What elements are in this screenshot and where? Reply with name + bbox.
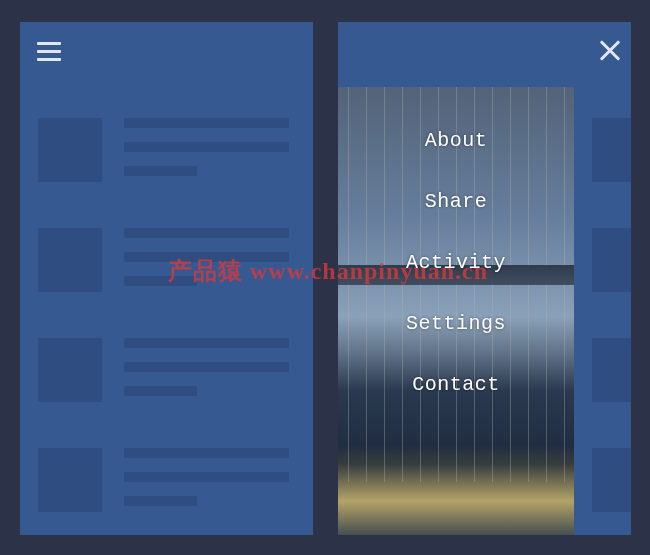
text-placeholder: [124, 228, 289, 238]
menu-icon[interactable]: [34, 36, 64, 66]
menu-item-about[interactable]: About: [425, 129, 488, 152]
avatar-placeholder: [38, 338, 102, 402]
menu-item-share[interactable]: Share: [425, 190, 488, 213]
drawer-menu: About Share Activity Settings Contact: [338, 87, 574, 535]
phone-preview-open: About Share Activity Settings Contact: [338, 22, 631, 535]
text-placeholder: [124, 118, 289, 128]
avatar-placeholder: [592, 448, 631, 512]
feed-list: [20, 112, 313, 535]
text-placeholder: [124, 252, 289, 262]
list-item: [38, 112, 313, 222]
list-item: [592, 332, 631, 442]
demo-stage: About Share Activity Settings Contact: [0, 0, 650, 555]
list-item: [592, 442, 631, 535]
text-placeholder: [124, 166, 197, 176]
phone-header: [338, 22, 631, 87]
list-item: [592, 222, 631, 332]
menu-item-settings[interactable]: Settings: [406, 312, 506, 335]
menu-item-contact[interactable]: Contact: [412, 373, 500, 396]
avatar-placeholder: [38, 448, 102, 512]
close-icon[interactable]: [595, 36, 625, 66]
text-placeholder: [124, 338, 289, 348]
avatar-placeholder: [592, 228, 631, 292]
list-item: [38, 442, 313, 535]
menu-item-activity[interactable]: Activity: [406, 251, 506, 274]
avatar-placeholder: [592, 338, 631, 402]
avatar-placeholder: [592, 118, 631, 182]
feed-list-shifted: [574, 112, 631, 535]
list-item: [38, 222, 313, 332]
avatar-placeholder: [38, 118, 102, 182]
list-item: [38, 332, 313, 442]
avatar-placeholder: [38, 228, 102, 292]
text-placeholder: [124, 496, 197, 506]
text-placeholder: [124, 276, 197, 286]
list-item: [592, 112, 631, 222]
text-placeholder: [124, 472, 289, 482]
text-placeholder: [124, 386, 197, 396]
text-placeholder: [124, 448, 289, 458]
phone-preview-closed: [20, 22, 313, 535]
text-placeholder: [124, 362, 289, 372]
text-placeholder: [124, 142, 289, 152]
